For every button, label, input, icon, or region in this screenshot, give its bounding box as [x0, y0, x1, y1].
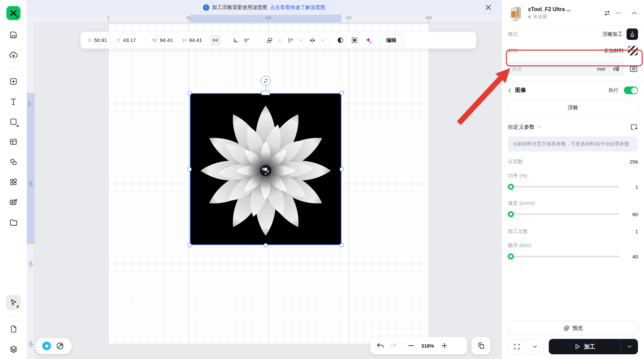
back-button[interactable] [506, 87, 513, 94]
frame-button[interactable] [508, 339, 544, 354]
material-row[interactable]: 材料 未知材料 [502, 43, 644, 59]
zoom-level[interactable]: 318% [420, 343, 436, 349]
array-tool-button[interactable] [6, 155, 21, 169]
ai-enhance-button[interactable] [363, 35, 374, 46]
frame-dropdown[interactable] [526, 339, 544, 354]
more-options-button[interactable] [615, 9, 622, 17]
save-button[interactable] [6, 27, 21, 42]
select-tool-button[interactable] [6, 295, 21, 310]
apps-button[interactable] [6, 175, 21, 189]
flip-dropdown[interactable] [320, 38, 325, 43]
collapse-panel-button[interactable] [631, 9, 638, 17]
slider-knob[interactable] [508, 184, 514, 190]
process-type-button[interactable]: 浮雕 [508, 100, 638, 115]
projects-folder-button[interactable] [6, 215, 21, 230]
chevron-down-icon [299, 38, 304, 43]
invert-contrast-button[interactable] [335, 35, 346, 46]
mode-row[interactable]: 模式 浮雕加工 [502, 26, 644, 43]
device-header[interactable]: xTool_F2 Ultra ... 未连接 [502, 0, 644, 25]
rotate-angle-button[interactable] [230, 35, 241, 46]
layers-button[interactable] [6, 342, 21, 356]
resize-handle-e[interactable] [340, 167, 343, 171]
passes-value[interactable]: 1 [635, 229, 638, 234]
resize-handle-n[interactable] [261, 91, 270, 95]
zoom-in-button[interactable] [440, 342, 448, 350]
x-position-field[interactable]: X 50.91 [86, 37, 111, 43]
arrange-order-button[interactable] [264, 35, 275, 46]
resize-handle-ne[interactable] [340, 91, 343, 95]
switch-device-button[interactable] [603, 9, 611, 17]
power-slider[interactable] [508, 184, 619, 190]
material-swatch[interactable] [628, 46, 638, 56]
speed-slider[interactable] [508, 211, 619, 217]
shape-tool-button[interactable] [6, 114, 21, 129]
duplicate-button[interactable] [472, 337, 490, 354]
move-to-position-button[interactable] [56, 342, 64, 350]
angle-icon [232, 37, 239, 44]
frame-icon-area[interactable] [508, 339, 526, 354]
export-params-button[interactable] [630, 123, 638, 131]
slider-knob[interactable] [508, 253, 514, 259]
frequency-value[interactable]: 40 [625, 254, 638, 259]
align-button[interactable] [286, 35, 297, 46]
rotate-icon [263, 78, 268, 83]
resize-handle-w[interactable] [188, 167, 192, 171]
execute-toggle[interactable] [624, 86, 638, 94]
frequency-slider[interactable] [508, 253, 619, 259]
mode-engrave-icon[interactable] [627, 28, 638, 40]
material-label: 材料 [508, 48, 604, 54]
cloud-upload-button[interactable] [6, 48, 21, 62]
ruler-icon [612, 65, 620, 72]
edit-button[interactable]: 编辑 [379, 35, 404, 46]
undo-button[interactable] [376, 342, 384, 350]
thickness-input[interactable] [512, 66, 594, 72]
param-value[interactable]: 256 [630, 159, 638, 165]
canvas-image-flower[interactable] [190, 93, 341, 245]
add-element-button[interactable] [6, 74, 21, 89]
resize-handle-nw[interactable] [188, 91, 192, 95]
resize-handle-sw[interactable] [188, 243, 192, 247]
resize-handle-s[interactable] [264, 243, 268, 247]
flip-button[interactable] [307, 35, 318, 46]
process-dropdown[interactable] [621, 339, 638, 354]
slider-knob[interactable] [508, 211, 514, 217]
trace-bitmap-button[interactable] [349, 35, 360, 46]
w-value[interactable]: 94.41 [160, 37, 175, 43]
x-value[interactable]: 50.91 [94, 37, 109, 43]
lock-aspect-ratio-button[interactable] [210, 35, 221, 46]
speed-value[interactable]: 80 [625, 212, 638, 217]
canvas-area[interactable]: ! 加工浮雕需要使用深度图 点击查看快速了解深度图 0 50 100 150 2… [27, 0, 501, 359]
laser-position-button[interactable] [42, 342, 51, 350]
ai-tools-button[interactable] [6, 195, 21, 210]
resize-handle-se[interactable] [340, 243, 343, 247]
width-field[interactable]: W 94.41 [150, 37, 177, 43]
redo-button[interactable] [389, 342, 397, 350]
zoom-out-button[interactable] [407, 342, 415, 350]
h-value[interactable]: 94.41 [189, 37, 205, 43]
center-anchor[interactable] [264, 168, 267, 171]
align-dropdown[interactable] [299, 38, 304, 43]
xtool-logo[interactable] [6, 6, 20, 20]
height-field[interactable]: H 94.41 [180, 37, 206, 43]
rotate-handle[interactable] [261, 76, 271, 86]
angle-value[interactable]: 0° [245, 37, 255, 43]
camera-measure-button[interactable] [629, 64, 638, 73]
thickness-field[interactable]: mm [508, 61, 625, 76]
minus-icon [407, 342, 415, 350]
y-value[interactable]: 43.17 [123, 37, 139, 43]
toolbar-divider [259, 36, 260, 44]
custom-params-dropdown[interactable] [537, 124, 542, 130]
layout-tool-button[interactable] [6, 134, 21, 149]
link-icon [212, 37, 219, 44]
process-main[interactable]: 加工 [549, 339, 621, 354]
arrange-dropdown[interactable] [277, 38, 282, 43]
document-button[interactable] [6, 321, 21, 336]
preview-button[interactable]: 预览 [508, 321, 638, 336]
close-banner-button[interactable] [485, 4, 492, 11]
process-button[interactable]: 加工 [549, 339, 638, 354]
auto-measure-button[interactable] [612, 65, 621, 73]
banner-link[interactable]: 点击查看快速了解深度图 [270, 4, 325, 11]
y-position-field[interactable]: Y 43.17 [115, 37, 140, 43]
text-tool-button[interactable] [6, 94, 21, 109]
power-value[interactable]: 1 [625, 184, 638, 190]
